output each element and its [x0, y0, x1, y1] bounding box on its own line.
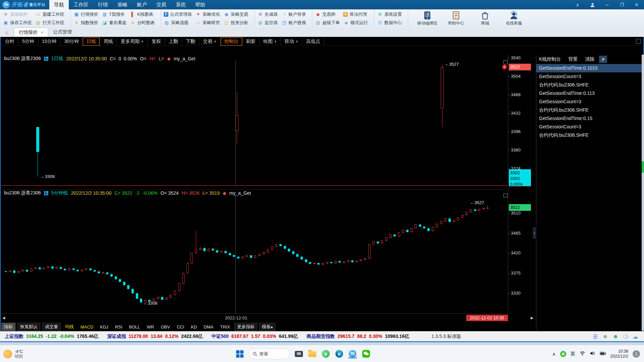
period-button-绘图[interactable]: 绘图▼ — [260, 38, 281, 46]
console-line[interactable]: GetSessionCount=3 — [536, 123, 642, 131]
period-button-分时[interactable]: 分时 — [1, 38, 18, 46]
toolbar-button-策略选股[interactable]: ▧策略选股 — [164, 18, 192, 27]
console-scrollbar-thumb[interactable] — [642, 161, 644, 173]
console-line[interactable]: GetSessionEndTime:0.1015 — [536, 64, 642, 72]
user-offline-icon[interactable]: ☻ — [602, 334, 608, 340]
edge-browser-icon[interactable]: e — [335, 350, 343, 358]
period-button-日线[interactable]: 日线 — [83, 38, 100, 46]
toolbar-button-公式管理器[interactable]: F公式管理器 — [164, 10, 192, 18]
toolbar-button-算法代理[interactable]: ¥算法代理 — [343, 10, 368, 18]
tbquant-app-icon[interactable]: TB — [348, 350, 357, 358]
indicator-button-BOLL[interactable]: BOLL — [127, 324, 143, 330]
toolbar-button-账户登录[interactable]: ◔账户登录 — [281, 10, 306, 18]
ime-indicator[interactable]: 英 — [571, 351, 575, 357]
tray-chevron-up-icon[interactable]: ∧ — [552, 351, 555, 357]
battery-icon[interactable] — [599, 351, 606, 357]
menu-item-策略[interactable]: 策略 — [113, 0, 132, 9]
toolbar-button-超级下单[interactable]: ▤超级下单 — [315, 18, 340, 27]
toolbar-button-数据中心[interactable]: ☷数据中心 — [377, 18, 402, 27]
menu-item-交易[interactable]: 交易 — [152, 0, 171, 9]
toolbar-button-K线图表[interactable]: ▌K线图表 — [130, 10, 155, 18]
indicator-button-KD[interactable]: KD — [189, 324, 199, 330]
wechat-icon[interactable] — [362, 350, 370, 358]
menu-item-帮助[interactable]: 帮助 — [191, 0, 210, 9]
task-view-button[interactable] — [294, 350, 303, 358]
toolbar-button-账户透视[interactable]: ◳账户透视 — [281, 18, 306, 27]
indicator-button-指标[interactable]: 指标 — [1, 323, 15, 331]
toolbar-button-监控器[interactable]: ◍监控器 — [257, 18, 278, 27]
indicator-button-KDJ[interactable]: KDJ — [98, 324, 111, 330]
indicator-button-RSI[interactable]: RSI — [113, 324, 125, 330]
menu-item-行情[interactable]: 行情 — [93, 0, 113, 9]
toolbar-button-系统设置[interactable]: ⚙系统设置 — [377, 10, 402, 18]
toolbar-button-在线客服[interactable]: 在线客服 — [499, 11, 528, 26]
alarm-icon[interactable]: ✦ — [502, 65, 507, 69]
toolbar-button-行情报价[interactable]: ▦行情报价 — [73, 10, 98, 18]
search-input[interactable]: 搜索 — [249, 349, 290, 359]
period-button-15分钟[interactable]: 15分钟 — [38, 38, 61, 46]
panel-collapse-handle[interactable]: ‹ — [533, 227, 536, 239]
chart1-maximize-box-icon[interactable] — [503, 60, 507, 64]
minimize-button[interactable]: ─ — [600, 0, 614, 9]
tab-公式管理[interactable]: 公式管理 — [48, 27, 76, 37]
console-line[interactable]: GetSessionEndTime:0.113 — [536, 89, 642, 98]
volume-icon[interactable] — [590, 351, 595, 357]
toolbar-button-新建工作区[interactable]: ▭新建工作区 — [35, 10, 64, 18]
scroll-left-icon[interactable]: ◀ — [2, 316, 5, 320]
toolbar-button-保存工作区[interactable]: ▣保存工作区 — [3, 18, 32, 27]
daily-kline-chart[interactable]: bu2306 沥青23061日线2022/12/2 10:35:00C= 0 0… — [1, 55, 507, 188]
toolbar-button-策略优化[interactable]: ▼策略优化 — [195, 10, 220, 18]
home-icon[interactable]: ⌂ — [0, 28, 14, 37]
toolbar-button-商城[interactable]: 商城 — [471, 11, 499, 26]
user-icon[interactable] — [585, 0, 600, 9]
console-line[interactable]: GetSessionCount=3 — [536, 98, 642, 106]
period-button-复权[interactable]: 复权 — [148, 38, 165, 46]
period-button-控制台[interactable]: 控制台 — [221, 38, 243, 46]
console-line[interactable]: GetSessionCount=3 — [536, 72, 642, 81]
antivirus-tray-icon[interactable] — [560, 351, 566, 357]
indicator-button-TRIX[interactable]: TRIX — [218, 324, 232, 330]
toolbar-button-移动端绑定[interactable]: 移动端绑定 — [413, 11, 442, 26]
user-online-icon[interactable]: ☻ — [613, 334, 619, 340]
start-button[interactable] — [235, 350, 244, 358]
tab-close-icon[interactable]: × — [41, 30, 43, 35]
period-button-5分钟[interactable]: 5分钟 — [18, 38, 38, 46]
console-background-button[interactable]: 背景 — [568, 56, 578, 62]
console-line[interactable]: 合约代码:bu2306.SHFE — [536, 81, 642, 89]
tab-行情报价[interactable]: 行情报价× — [14, 27, 48, 37]
indicator-button-MACD[interactable]: MACD — [78, 324, 96, 330]
toolbar-button-模式运行[interactable]: ◈模式运行 — [343, 18, 368, 27]
file-explorer-icon[interactable] — [308, 350, 317, 358]
close-button[interactable]: ✕ — [629, 0, 644, 9]
console-scrollbar[interactable] — [642, 55, 644, 331]
monitor-list-icon[interactable]: ☰ — [593, 334, 598, 340]
taskbar-clock[interactable]: 10:38 2022/12/2 — [610, 349, 628, 359]
console-line[interactable]: GetSessionEndTime:0.15 — [536, 114, 642, 123]
indicator-button-均线[interactable]: 均线 — [63, 323, 76, 330]
pin-icon[interactable] — [599, 56, 607, 63]
period-button-高低点[interactable]: 高低点 — [303, 38, 324, 46]
console-line[interactable]: 合约代码:bu2306.SHFE — [536, 106, 642, 114]
menu-item-账户[interactable]: 账户 — [132, 0, 152, 9]
indicator-button-更多指标[interactable]: 更多指标 — [234, 323, 257, 331]
period-button-交易[interactable]: 交易▼ — [199, 38, 221, 46]
period-button-联动[interactable]: 联动▼ — [281, 38, 303, 46]
message-icon[interactable]: ❍ — [623, 334, 628, 340]
period-button-30分钟[interactable]: 30分钟 — [60, 38, 83, 46]
cloud-icon[interactable]: ☁ — [633, 334, 638, 340]
chevron-up-icon[interactable]: ∧ — [570, 0, 585, 9]
menu-item-导航[interactable]: 导航 — [49, 0, 69, 9]
menu-item-系统[interactable]: 系统 — [171, 0, 191, 9]
toolbar-button-指数报价[interactable]: ¥指数报价 — [73, 18, 98, 27]
toolbar-button-策略研究[interactable]: ☼策略研究 — [195, 18, 220, 27]
indicator-button-恢复默认[interactable]: 恢复默认 — [17, 323, 40, 331]
console-clear-button[interactable]: 清除 — [585, 56, 594, 62]
indicator-button-DMA[interactable]: DMA — [201, 324, 216, 330]
browser-green-icon[interactable]: e — [321, 350, 330, 358]
indicator-button-CCI[interactable]: CCI — [174, 324, 186, 330]
indicator-button-OBV[interactable]: OBV — [158, 324, 172, 330]
panel-corner-box-icon[interactable] — [636, 39, 641, 44]
five-min-kline-chart[interactable]: ←3308←3527 — [1, 196, 507, 314]
toolbar-button-投资分析[interactable]: ◫投资分析 — [223, 18, 248, 27]
toolbar-button-打开工作区[interactable]: ▤打开工作区 — [35, 18, 64, 27]
